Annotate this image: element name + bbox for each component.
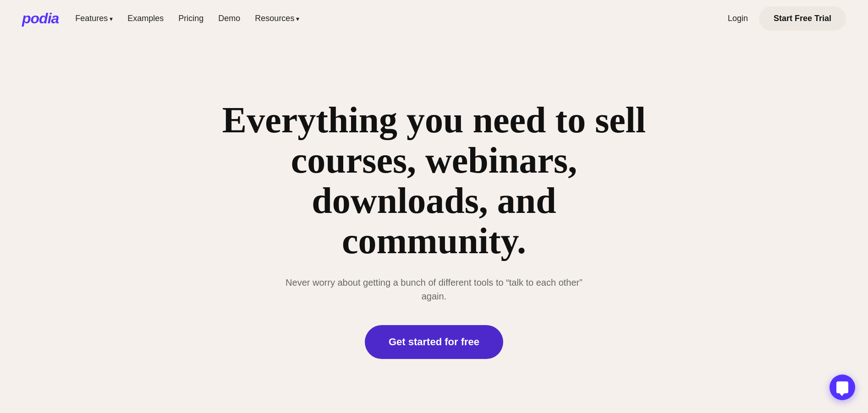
nav-item-demo[interactable]: Demo (218, 14, 240, 23)
features-link[interactable]: Features (75, 14, 113, 23)
nav-item-pricing[interactable]: Pricing (178, 14, 203, 23)
start-trial-button[interactable]: Start Free Trial (759, 6, 846, 31)
nav-links: Features Examples Pricing Demo Resources (75, 14, 299, 23)
login-link[interactable]: Login (728, 14, 748, 23)
examples-link[interactable]: Examples (127, 14, 164, 23)
chat-widget[interactable] (830, 375, 855, 400)
nav-item-features[interactable]: Features (75, 14, 113, 23)
demo-link[interactable]: Demo (218, 14, 240, 23)
nav-item-examples[interactable]: Examples (127, 14, 164, 23)
nav-item-resources[interactable]: Resources (255, 14, 299, 23)
hero-subtext: Never worry about getting a bunch of dif… (274, 276, 594, 303)
pricing-link[interactable]: Pricing (178, 14, 203, 23)
nav-left: podia Features Examples Pricing Demo Res… (22, 10, 299, 27)
cta-button[interactable]: Get started for free (365, 325, 503, 359)
chat-icon (836, 381, 848, 393)
resources-link[interactable]: Resources (255, 14, 299, 23)
hero-headline: Everything you need to sell courses, web… (216, 100, 652, 261)
hero-section: Everything you need to sell courses, web… (0, 37, 868, 413)
navbar: podia Features Examples Pricing Demo Res… (0, 0, 868, 37)
nav-right: Login Start Free Trial (728, 6, 846, 31)
logo[interactable]: podia (22, 10, 59, 27)
